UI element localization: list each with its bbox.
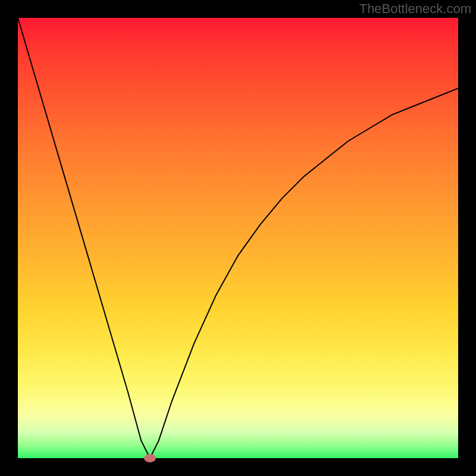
watermark-text: TheBottleneck.com (359, 1, 471, 17)
optimum-marker (144, 454, 156, 462)
mismatch-curve (18, 18, 458, 458)
chart-plot-area (18, 18, 458, 458)
curve-path (18, 18, 458, 458)
